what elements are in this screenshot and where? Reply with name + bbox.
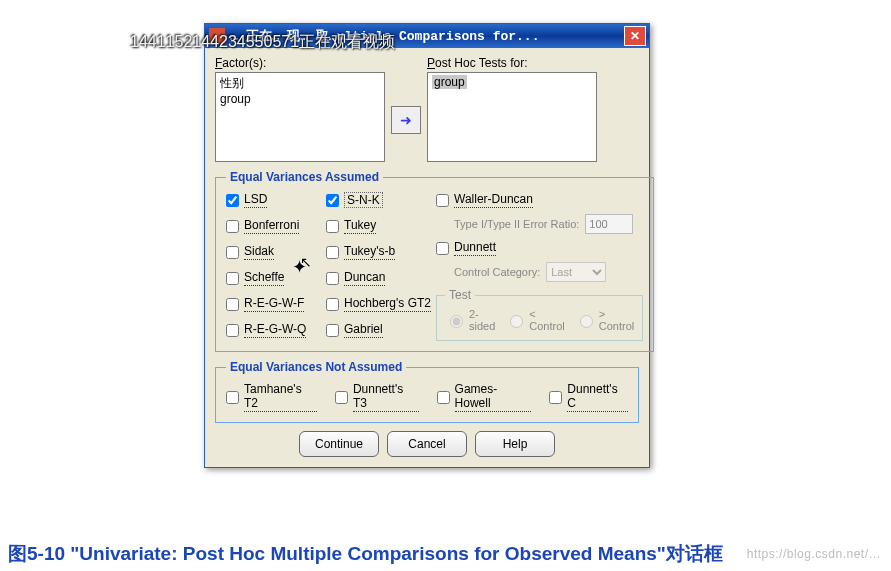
error-ratio-label: Type I/Type II Error Ratio: — [454, 218, 579, 230]
titlebar[interactable]: … 正在… 现… 取…ultiple Comparisons for... ✕ — [205, 24, 649, 48]
test-group: Test 2-sided < Control > Control — [436, 288, 643, 341]
list-item[interactable]: 性别 — [220, 75, 380, 92]
lsd-checkbox[interactable]: LSD — [226, 192, 326, 208]
tamhane-checkbox[interactable]: Tamhane's T2 — [226, 382, 317, 412]
duncan-checkbox[interactable]: Duncan — [326, 270, 436, 286]
window-title: … 正在… 现… 取…ultiple Comparisons for... — [230, 27, 624, 45]
two-sided-radio: 2-sided — [445, 308, 495, 332]
control-category-row: Control Category: Last — [436, 262, 643, 282]
lt-control-radio: < Control — [505, 308, 564, 332]
regwf-checkbox[interactable]: R-E-G-W-F — [226, 296, 326, 312]
control-category-label: Control Category: — [454, 266, 540, 278]
not-assumed-group: Equal Variances Not Assumed Tamhane's T2… — [215, 360, 639, 423]
error-ratio-input — [585, 214, 633, 234]
help-button[interactable]: Help — [475, 431, 555, 457]
bonferroni-checkbox[interactable]: Bonferroni — [226, 218, 326, 234]
dialog-body: Factor(s): 性别 group ➜ Post Hoc Tests for… — [205, 48, 649, 467]
tukey-checkbox[interactable]: Tukey — [326, 218, 436, 234]
dunnett-checkbox[interactable]: Dunnett — [436, 240, 643, 256]
dunnett-c-checkbox[interactable]: Dunnett's C — [549, 382, 628, 412]
cancel-button[interactable]: Cancel — [387, 431, 467, 457]
close-icon[interactable]: ✕ — [624, 26, 646, 46]
gt-control-radio: > Control — [575, 308, 634, 332]
scheffe-checkbox[interactable]: Scheffe — [226, 270, 326, 286]
games-howell-checkbox[interactable]: Games-Howell — [437, 382, 532, 412]
factor-transfer-row: Factor(s): 性别 group ➜ Post Hoc Tests for… — [215, 56, 639, 162]
posthoc-listbox[interactable]: group — [427, 72, 597, 162]
gabriel-checkbox[interactable]: Gabriel — [326, 322, 436, 338]
hochberg-checkbox[interactable]: Hochberg's GT2 — [326, 296, 436, 312]
factors-column: Factor(s): 性别 group — [215, 56, 385, 162]
snk-checkbox[interactable]: S-N-K — [326, 192, 436, 208]
regwq-checkbox[interactable]: R-E-G-W-Q — [226, 322, 326, 338]
continue-button[interactable]: Continue — [299, 431, 379, 457]
tukeysb-checkbox[interactable]: Tukey's-b — [326, 244, 436, 260]
sidak-checkbox[interactable]: Sidak — [226, 244, 326, 260]
factors-label: Factor(s): — [215, 56, 385, 70]
waller-duncan-checkbox[interactable]: Waller-Duncan — [436, 192, 643, 208]
test-legend: Test — [445, 288, 475, 302]
posthoc-column: Post Hoc Tests for: group — [427, 56, 597, 162]
error-ratio-row: Type I/Type II Error Ratio: — [436, 214, 643, 234]
not-assumed-legend: Equal Variances Not Assumed — [226, 360, 406, 374]
watermark: https://blog.csdn.net/… — [747, 547, 881, 561]
list-item[interactable]: group — [432, 75, 467, 89]
control-category-select: Last — [546, 262, 606, 282]
button-row: Continue Cancel Help — [215, 431, 639, 457]
app-icon — [209, 28, 225, 44]
arrow-right-icon: ➜ — [400, 112, 412, 128]
move-right-button[interactable]: ➜ — [391, 106, 421, 134]
factors-listbox[interactable]: 性别 group — [215, 72, 385, 162]
list-item[interactable]: group — [220, 92, 380, 106]
dunnett-t3-checkbox[interactable]: Dunnett's T3 — [335, 382, 419, 412]
equal-variances-group: Equal Variances Assumed LSD Bonferroni S… — [215, 170, 654, 352]
posthoc-dialog: … 正在… 现… 取…ultiple Comparisons for... ✕ … — [204, 23, 650, 468]
posthoc-label: Post Hoc Tests for: — [427, 56, 597, 70]
equal-variances-legend: Equal Variances Assumed — [226, 170, 383, 184]
